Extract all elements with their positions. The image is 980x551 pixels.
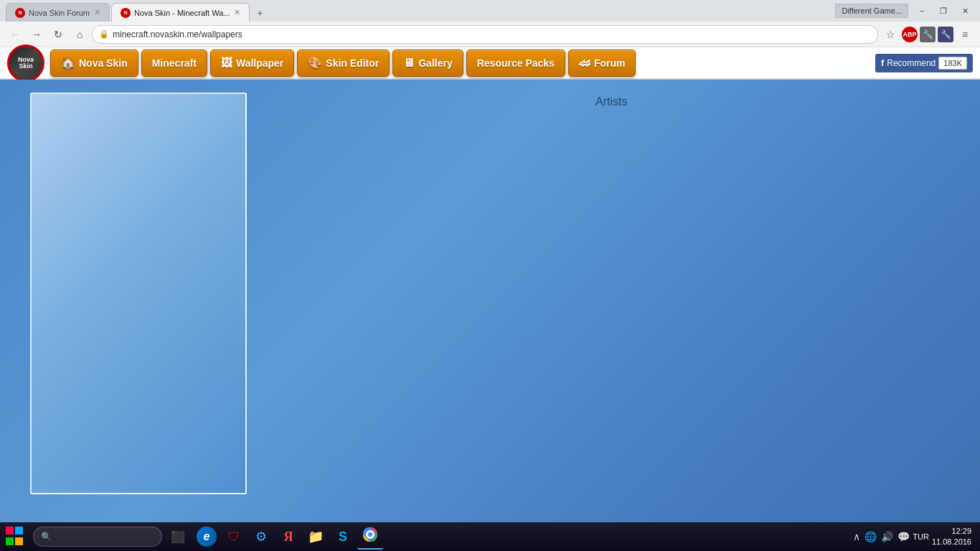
taskbar-chrome[interactable]: [357, 524, 383, 550]
close-button[interactable]: ✕: [956, 1, 974, 20]
taskbar-process-lasso[interactable]: ⚙: [248, 524, 274, 550]
volume-icon[interactable]: 🔊: [881, 531, 893, 542]
skype-icon: S: [339, 529, 347, 545]
nav-gallery-icon: 🖥: [403, 57, 415, 70]
chrome-icon: [362, 527, 378, 546]
task-view-button[interactable]: ⬛: [165, 524, 191, 550]
taskbar-skype[interactable]: S: [330, 524, 356, 550]
task-view-icon: ⬛: [171, 530, 185, 544]
windows-logo: [6, 527, 26, 547]
start-button[interactable]: [3, 524, 29, 550]
different-game-button[interactable]: Different Game...: [835, 4, 908, 18]
nav-skin-editor[interactable]: 🎨 Skin Editor: [297, 50, 390, 77]
taskbar-clock[interactable]: 12:29 11.08.2016: [932, 526, 971, 548]
nav-gallery[interactable]: 🖥 Gallery: [392, 50, 463, 77]
tray-arrow-icon[interactable]: ∧: [853, 531, 860, 542]
files-icon: 📁: [308, 529, 324, 545]
notification-icon[interactable]: 💬: [897, 531, 910, 542]
window-controls: − ❐ ✕: [913, 1, 974, 20]
reload-button[interactable]: ↻: [49, 25, 67, 44]
taskbar-files[interactable]: 📁: [303, 524, 329, 550]
tab-forum-favicon: N: [15, 8, 25, 18]
wallpaper-panel: [30, 93, 247, 494]
adblock-icon[interactable]: ABP: [902, 27, 918, 42]
tab-wallpaper[interactable]: N Nova Skin - Minecraft Wa... ✕: [111, 3, 250, 22]
win-tile-yellow: [15, 537, 23, 545]
win-tile-blue: [15, 527, 23, 534]
bookmark-star-icon[interactable]: ☆: [881, 25, 900, 44]
nav-nova-skin[interactable]: 🏠 Nova Skin: [50, 50, 138, 77]
nav-skin-editor-icon: 🎨: [308, 56, 322, 70]
language-indicator[interactable]: TUR: [913, 532, 929, 541]
extension-icon-1[interactable]: 🔧: [920, 27, 936, 42]
forward-button[interactable]: →: [27, 25, 46, 44]
back-button[interactable]: ←: [6, 25, 24, 44]
tab-forum-label: Nova Skin Forum: [29, 9, 90, 17]
browser-toolbar: ← → ↻ ⌂ 🔒 ☆ ABP 🔧 🔧 ≡: [0, 22, 980, 47]
nav-forum-icon: 🏎: [579, 57, 590, 70]
tab-wallpaper-label: Nova Skin - Minecraft Wa...: [134, 9, 230, 17]
taskbar-edge[interactable]: e: [194, 524, 220, 550]
nav-gallery-label: Gallery: [418, 57, 452, 69]
nav-resource-packs-label: Resource Packs: [477, 57, 555, 69]
home-button[interactable]: ⌂: [70, 25, 89, 44]
edge-icon: e: [197, 527, 217, 547]
taskbar: 🔍 ⬛ e 🛡 ⚙ Я 📁 S: [0, 522, 980, 551]
artists-label: Artists: [595, 95, 627, 108]
fb-recommend-button[interactable]: f Recommend 183K: [875, 54, 973, 72]
page-content: Artists: [0, 80, 980, 526]
nav-skin-editor-label: Skin Editor: [326, 57, 379, 69]
network-icon[interactable]: 🌐: [864, 531, 877, 542]
taskbar-yandex[interactable]: Я: [275, 524, 301, 550]
tab-forum-close[interactable]: ✕: [94, 8, 100, 17]
toolbar-actions: ☆ ABP 🔧 🔧 ≡: [881, 25, 974, 44]
taskbar-search-icon: 🔍: [41, 532, 52, 542]
fb-recommend-inner: f Recommend: [881, 57, 936, 68]
nav-wallpaper[interactable]: 🖼 Wallpaper: [210, 50, 294, 77]
logo-button[interactable]: Nova Skin: [7, 44, 44, 82]
nav-nova-skin-label: Nova Skin: [79, 57, 128, 69]
taskbar-apps: e 🛡 ⚙ Я 📁 S: [194, 524, 383, 550]
defender-icon: 🛡: [227, 529, 240, 545]
nav-minecraft[interactable]: Minecraft: [141, 50, 207, 77]
nav-nova-skin-icon: 🏠: [61, 56, 75, 70]
lock-icon: 🔒: [99, 29, 109, 39]
nav-menu: Nova Skin 🏠 Nova Skin Minecraft 🖼 Wallpa…: [0, 47, 980, 79]
nav-forum-label: Forum: [594, 57, 626, 69]
nav-minecraft-label: Minecraft: [152, 57, 197, 69]
win-tile-green: [6, 537, 14, 545]
logo-skin-text: Skin: [19, 63, 32, 70]
fb-f-icon: f: [881, 57, 884, 68]
svg-point-4: [368, 532, 372, 537]
yandex-icon: Я: [284, 529, 293, 545]
clock-date: 11.08.2016: [932, 537, 971, 547]
taskbar-right: ∧ 🌐 🔊 💬 TUR 12:29 11.08.2016: [853, 526, 977, 548]
clock-time: 12:29: [932, 526, 971, 537]
systray: ∧ 🌐 🔊 💬: [853, 531, 910, 542]
address-bar-wrapper: 🔒: [92, 25, 878, 44]
tab-wallpaper-favicon: N: [121, 8, 131, 18]
process-lasso-icon: ⚙: [255, 529, 267, 545]
fb-recommend-text: Recommend: [887, 58, 936, 68]
taskbar-search[interactable]: 🔍: [33, 527, 162, 547]
maximize-button[interactable]: ❐: [934, 1, 953, 20]
minimize-button[interactable]: −: [913, 1, 931, 20]
nav-wallpaper-icon: 🖼: [221, 57, 232, 70]
win-tile-red: [6, 527, 14, 534]
tab-wallpaper-close[interactable]: ✕: [234, 8, 240, 17]
menu-button[interactable]: ≡: [956, 25, 974, 44]
title-bar: N Nova Skin Forum ✕ N Nova Skin - Minecr…: [0, 0, 980, 22]
new-tab-button[interactable]: +: [251, 4, 268, 22]
address-bar[interactable]: [92, 25, 878, 44]
extension-icon-2[interactable]: 🔧: [938, 27, 953, 42]
nav-forum[interactable]: 🏎 Forum: [568, 50, 636, 77]
nav-wallpaper-label: Wallpaper: [236, 57, 283, 69]
nav-resource-packs[interactable]: Resource Packs: [466, 50, 565, 77]
taskbar-defender[interactable]: 🛡: [221, 524, 247, 550]
fb-count-badge: 183K: [938, 57, 967, 70]
tab-forum[interactable]: N Nova Skin Forum ✕: [6, 3, 110, 22]
tabs-area: N Nova Skin Forum ✕ N Nova Skin - Minecr…: [6, 0, 835, 22]
